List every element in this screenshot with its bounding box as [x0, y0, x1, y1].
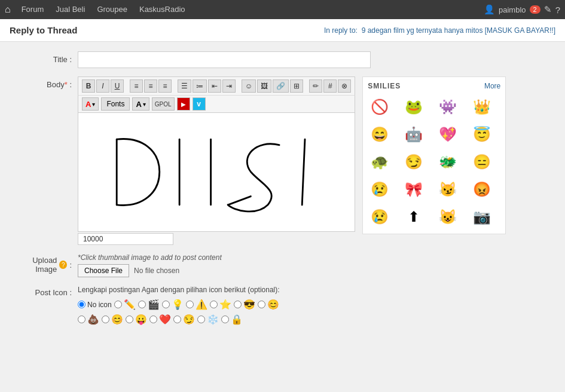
icon-star-option[interactable]: ⭐ [210, 299, 231, 310]
font-size-button[interactable]: A▾ [132, 97, 149, 111]
icon-tongue-option[interactable]: 😛 [126, 314, 147, 325]
icon-pencil-option[interactable]: ✏️ [114, 299, 136, 310]
smiley-14[interactable]: 🎀 [402, 177, 426, 201]
special-button[interactable]: ⊗ [338, 79, 351, 93]
indent-button[interactable]: ⇤ [208, 79, 221, 93]
align-right-button[interactable]: ≡ [158, 79, 172, 93]
smilies-title: SMILIES [368, 82, 401, 90]
smiley-1[interactable]: 🚫 [368, 95, 392, 119]
icon-smile-option[interactable]: 😊 [102, 314, 123, 325]
outdent-button[interactable]: ⇥ [222, 79, 236, 93]
smiley-20[interactable]: 📷 [470, 205, 494, 229]
user-icon: 👤 [484, 4, 495, 15]
icon-poop-option[interactable]: 💩 [78, 314, 99, 325]
icon-cool-option[interactable]: 😎 [234, 299, 255, 310]
icon-lock-option[interactable]: 🔒 [221, 314, 243, 325]
smile-radio[interactable] [102, 316, 109, 323]
smiley-16[interactable]: 😡 [470, 177, 494, 201]
smirk-radio[interactable] [173, 316, 181, 323]
smilies-grid: 🚫 🐸 👾 👑 😄 🤖 💖 😇 🐢 😏 🐲 😑 [368, 95, 500, 229]
no-icon-option[interactable]: No icon [78, 301, 112, 309]
no-icon-radio[interactable] [78, 301, 85, 308]
smilies-header: SMILIES More [368, 82, 500, 90]
bold-button[interactable]: B [82, 79, 95, 93]
smiley-7[interactable]: 💖 [436, 122, 460, 146]
lock-radio[interactable] [221, 316, 229, 323]
image-button[interactable]: 🖼 [257, 79, 271, 93]
icon-heart-option[interactable]: ❤️ [149, 314, 171, 325]
hash-button[interactable]: # [323, 79, 337, 93]
in-reply-to-thread[interactable]: 9 adegan film yg ternyata hanya mitos [M… [362, 26, 555, 35]
smiley-15[interactable]: 😼 [436, 177, 460, 201]
poop-radio[interactable] [78, 316, 85, 323]
italic-button[interactable]: I [96, 79, 109, 93]
icon-bulb-option[interactable]: 💡 [162, 299, 184, 310]
toolbar-row2: A▾ Fonts A▾ GPOL ▶ v [78, 95, 355, 112]
smiley-19[interactable]: 😺 [436, 205, 460, 229]
smiley-12[interactable]: 😑 [470, 150, 494, 174]
icon-movie-option[interactable]: 🎬 [138, 299, 160, 310]
vimeo-button[interactable]: v [193, 97, 206, 111]
smilies-more-link[interactable]: More [484, 82, 500, 90]
smiley-8[interactable]: 😇 [470, 122, 494, 146]
cool-radio[interactable] [234, 301, 242, 308]
smiley-11[interactable]: 🐲 [436, 150, 460, 174]
bulb-radio[interactable] [162, 301, 170, 308]
icon-row-1: No icon ✏️ 🎬 💡 [78, 299, 553, 310]
underline-button[interactable]: U [111, 79, 124, 93]
align-center-button[interactable]: ≡ [144, 79, 157, 93]
icon-smirk-option[interactable]: 😏 [173, 314, 195, 325]
nav-groupee[interactable]: Groupee [91, 0, 133, 19]
smiley-2[interactable]: 🐸 [402, 95, 426, 119]
choose-file-button[interactable]: Choose File [78, 264, 129, 277]
smiley-18[interactable]: ⬆ [402, 205, 426, 229]
title-input[interactable] [78, 51, 371, 68]
no-file-chosen-label: No file chosen [134, 267, 179, 275]
icon-warning-option[interactable]: ⚠️ [186, 299, 207, 310]
smiley-5[interactable]: 😄 [368, 122, 392, 146]
notification-badge[interactable]: 2 [530, 5, 540, 14]
fonts-button[interactable]: Fonts [101, 97, 130, 111]
post-icon-desc: Lengkapi postingan Agan dengan pilihan i… [78, 286, 553, 294]
smiley-10[interactable]: 😏 [402, 150, 426, 174]
upload-help-icon[interactable]: ? [59, 261, 67, 269]
editor-body[interactable] [78, 112, 355, 232]
table-button[interactable]: ⊞ [290, 79, 303, 93]
post-icon-row: Post Icon : Lengkapi postingan Agan deng… [12, 286, 553, 325]
pencil-radio[interactable] [114, 301, 122, 308]
char-count-row: 10000 [78, 233, 355, 245]
smiley-17[interactable]: 😢 [368, 205, 392, 229]
nav-forum[interactable]: Forum [16, 0, 50, 19]
smiley-button[interactable]: ☺ [242, 79, 256, 93]
nav-jual-beli[interactable]: Jual Beli [50, 0, 91, 19]
movie-radio[interactable] [138, 301, 146, 308]
align-left-button[interactable]: ≡ [130, 79, 143, 93]
warning-radio[interactable] [186, 301, 194, 308]
heart-radio[interactable] [149, 316, 157, 323]
smiley-13[interactable]: 😢 [368, 177, 392, 201]
youtube-button[interactable]: ▶ [177, 97, 190, 111]
home-icon[interactable]: ⌂ [5, 4, 11, 15]
list-unordered-button[interactable]: ☰ [178, 79, 191, 93]
gpol-button[interactable]: GPOL [152, 97, 175, 111]
snow-radio[interactable] [197, 316, 205, 323]
star-radio[interactable] [210, 301, 218, 308]
cool-icon: 😎 [243, 299, 255, 310]
link-button[interactable]: 🔗 [273, 79, 289, 93]
smiley-6[interactable]: 🤖 [402, 122, 426, 146]
icon-happy-option[interactable]: 😊 [258, 299, 279, 310]
nav-kaskus-radio[interactable]: KaskusRadio [133, 0, 191, 19]
smiley-4[interactable]: 👑 [470, 95, 494, 119]
smiley-9[interactable]: 🐢 [368, 150, 392, 174]
reply-to-thread-title: Reply to Thread [10, 25, 77, 35]
code-button[interactable]: ✏ [309, 79, 322, 93]
help-icon[interactable]: ? [555, 5, 560, 15]
happy-radio[interactable] [258, 301, 265, 308]
edit-icon[interactable]: ✎ [544, 4, 552, 15]
icon-snow-option[interactable]: ❄️ [197, 314, 219, 325]
font-color-button[interactable]: A▾ [82, 97, 99, 111]
list-ordered-button[interactable]: ≔ [193, 79, 207, 93]
in-reply-to-label: In reply to: 9 adegan film yg ternyata h… [324, 26, 555, 35]
tongue-radio[interactable] [126, 316, 133, 323]
smiley-3[interactable]: 👾 [436, 95, 460, 119]
